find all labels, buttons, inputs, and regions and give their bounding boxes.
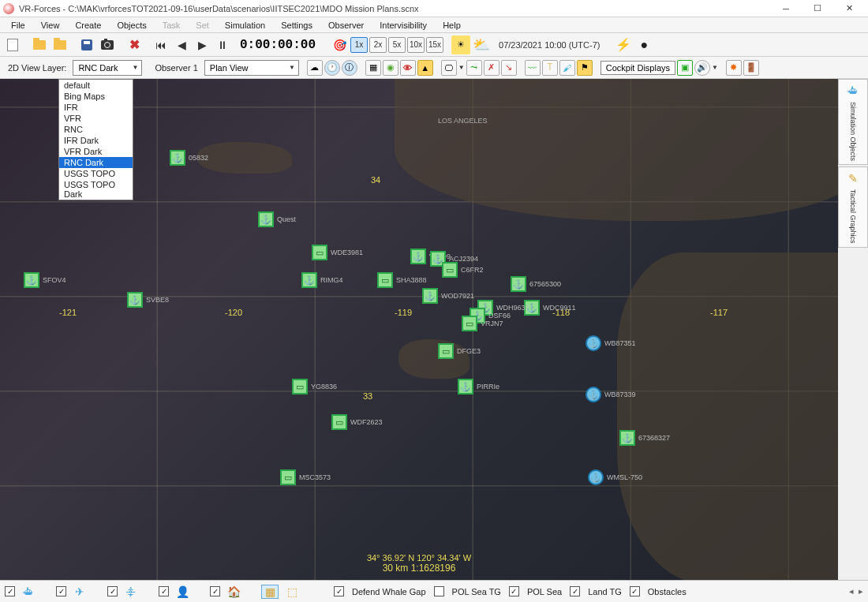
visibility-button[interactable]: 👁 [400, 60, 416, 76]
path-button[interactable]: 〰 [525, 60, 541, 76]
speed-2x[interactable]: 2x [369, 37, 387, 53]
open-button[interactable] [30, 36, 49, 54]
checkbox-polsea[interactable] [509, 586, 519, 596]
terrain-button[interactable]: ◉ [383, 60, 398, 76]
checkbox-poltg[interactable] [434, 586, 444, 596]
overlay-circle-1[interactable]: 🕐 [324, 60, 340, 76]
cockpit-button[interactable]: Cockpit Displays [600, 61, 675, 75]
layer-icon[interactable]: ⬚ [283, 585, 301, 599]
map-unit[interactable]: ⚓WDC9911 [524, 300, 576, 316]
checkbox-building[interactable] [210, 586, 220, 596]
minimize-button[interactable]: ─ [770, 0, 802, 17]
overlay-circle-2[interactable]: ⓘ [342, 60, 357, 76]
menu-help[interactable]: Help [435, 19, 469, 32]
checkbox-sub[interactable] [107, 586, 118, 596]
target-button[interactable]: 🎯 [330, 36, 349, 54]
marker-button[interactable]: ▲ [417, 60, 433, 76]
menu-intervisibility[interactable]: Intervisibility [372, 19, 435, 32]
panel-simulation-objects[interactable]: ⛴ Simulation Objects [838, 79, 868, 165]
maximize-button[interactable]: ☐ [802, 0, 833, 17]
checkbox-air[interactable] [56, 586, 66, 596]
save-button[interactable] [77, 36, 96, 54]
menu-simulation[interactable]: Simulation [217, 19, 273, 32]
menu-file[interactable]: File [3, 19, 33, 32]
weather-cloudy-button[interactable]: ⛅ [472, 36, 491, 54]
new-button[interactable] [3, 36, 22, 54]
monitor-button[interactable]: 🖵 [441, 60, 457, 76]
panel-tactical-graphics[interactable]: ✎ Tactical Graphics [838, 166, 868, 248]
menu-observer[interactable]: Observer [320, 19, 372, 32]
open-scenario-button[interactable] [51, 36, 69, 54]
map-unit[interactable]: ⚓WB87351 [586, 335, 636, 351]
explosion-button[interactable]: ✸ [726, 60, 742, 76]
map-unit[interactable]: ⚓WOD7921 [422, 288, 474, 304]
map-unit[interactable]: ⚓WMSL-750 [588, 469, 642, 485]
map-unit[interactable]: ⚓67565300 [511, 276, 561, 292]
datetime-display[interactable]: 07/23/2021 10:00 (UTC-7) [492, 40, 606, 50]
map-unit[interactable]: ▭VRJN7 [462, 316, 503, 331]
view-dropdown[interactable]: Plan View ▼ [204, 60, 299, 76]
exit-button[interactable]: 🚪 [743, 60, 759, 76]
menu-view[interactable]: View [33, 19, 68, 32]
route-green[interactable]: ⤳ [466, 60, 482, 76]
antenna-button[interactable]: ⟙ [542, 60, 558, 76]
map-unit[interactable]: ⚓05832 [170, 150, 208, 166]
play-button[interactable]: ▶ [193, 36, 211, 54]
speed-15x[interactable]: 15x [426, 37, 443, 53]
map-unit[interactable]: ⚓SVBE8 [127, 292, 169, 308]
layer-option[interactable]: VFR Dark [59, 146, 133, 157]
menu-objects[interactable]: Objects [109, 19, 154, 32]
scroll-left-icon[interactable]: ◂ [849, 586, 854, 596]
weather-sunny-button[interactable]: ☀ [451, 36, 470, 54]
map-unit[interactable]: ⚓SFOV4 [24, 272, 66, 288]
map-unit[interactable]: ▭YG8836 [292, 379, 337, 394]
menu-create[interactable]: Create [67, 19, 109, 32]
map-unit[interactable]: ⚓67368327 [619, 430, 670, 446]
route-arrow[interactable]: ↘ [501, 60, 517, 76]
layer-option[interactable]: IFR Dark [59, 135, 133, 146]
sound-button[interactable]: 🔊 [694, 60, 710, 76]
step-back-button[interactable]: ◀ [172, 36, 191, 54]
map-unit[interactable]: ⚓PIRRIe [458, 379, 499, 394]
layer-option[interactable]: USGS TOPO Dark [59, 179, 133, 200]
scroll-right-icon[interactable]: ▸ [859, 586, 863, 596]
map-unit[interactable]: ▭SHA3888 [377, 272, 427, 288]
speed-5x[interactable]: 5x [388, 37, 406, 53]
layer-option[interactable]: USGS TOPO [59, 168, 133, 179]
route-red[interactable]: ✗ [484, 60, 499, 76]
selected-layer-icon[interactable]: ▦ [261, 585, 279, 599]
layer-option[interactable]: RNC [59, 124, 133, 135]
speed-1x[interactable]: 1x [350, 37, 368, 53]
menu-settings[interactable]: Settings [273, 19, 320, 32]
rewind-button[interactable]: ⏮ [152, 36, 170, 54]
layer-dropdown-menu[interactable]: defaultBing MapsIFRVFRRNCIFR DarkVFR Dar… [58, 79, 133, 200]
delete-button[interactable]: ✖ [125, 36, 144, 54]
layer-option[interactable]: default [59, 80, 133, 91]
checkbox-landtg[interactable] [570, 586, 580, 596]
checkbox-person[interactable] [159, 586, 169, 596]
map-unit[interactable]: ▭WDE3981 [312, 245, 363, 260]
layer-option[interactable]: RNC Dark [59, 157, 133, 168]
close-button[interactable]: ✕ [833, 0, 865, 17]
layer-option[interactable]: IFR [59, 102, 133, 113]
checkbox-defend[interactable] [334, 586, 344, 596]
dropdown-arrow-icon[interactable]: ▼ [458, 64, 465, 71]
brush-button[interactable]: 🖌 [559, 60, 575, 76]
trigger-button[interactable]: ⚡ [614, 36, 633, 54]
flag-button[interactable]: ⚑ [577, 60, 593, 76]
map-unit[interactable]: ▭C6FR2 [442, 262, 484, 278]
map-unit[interactable]: ⚓RIMG4 [301, 272, 343, 288]
grid-button[interactable]: ▦ [365, 60, 381, 76]
layer-dropdown[interactable]: RNC Dark ▼ [73, 60, 142, 76]
checkbox-ship[interactable] [5, 586, 15, 596]
map-unit[interactable]: ⚓WB87339 [586, 387, 636, 402]
map-unit[interactable]: ▭DFGE3 [438, 343, 481, 359]
dropdown-arrow-icon[interactable]: ▼ [712, 64, 718, 71]
pause-button[interactable]: ⏸ [213, 36, 232, 54]
map-unit[interactable]: ▭MSC3573 [280, 469, 331, 485]
layer-option[interactable]: VFR [59, 113, 133, 124]
checkbox-obstacles[interactable] [630, 586, 640, 596]
speed-10x[interactable]: 10x [407, 37, 425, 53]
cockpit-toggle[interactable]: ▣ [677, 60, 693, 76]
weather-toggle[interactable]: ☁ [307, 60, 323, 76]
